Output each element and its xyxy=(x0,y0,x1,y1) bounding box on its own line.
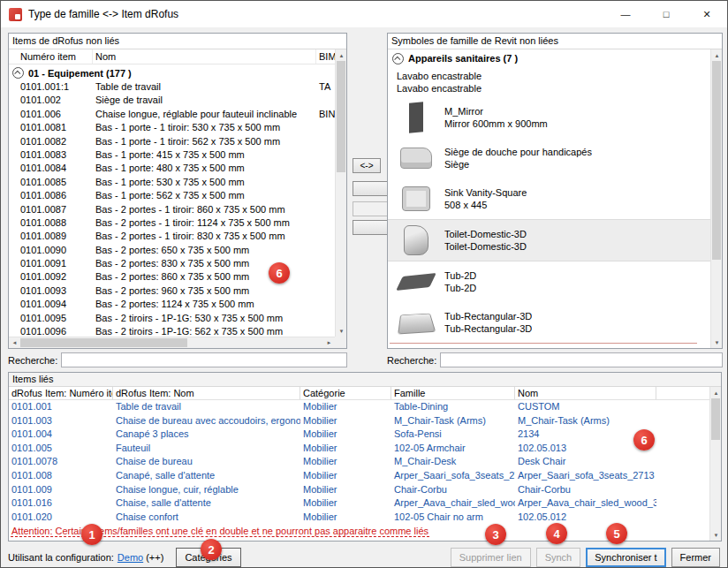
drofus-item-row[interactable]: 0101.0085 Bas - 1 porte: 530 x 735 x 500… xyxy=(9,176,335,189)
family-symbol-icon xyxy=(397,181,436,216)
duplicate-key-warning: Attention: Certains items/familles ont u… xyxy=(11,525,709,540)
drofus-item-row[interactable]: 0101.0084 Bas - 1 porte: 480 x 735 x 500… xyxy=(9,162,335,175)
linked-item-name: Fauteuil xyxy=(113,442,300,456)
item-number: 0101.001:1 xyxy=(9,80,93,94)
item-number: 0101.002 xyxy=(9,94,93,107)
scroll-right-icon[interactable]: ► xyxy=(323,337,335,349)
drofus-item-row[interactable]: 0101.0090 Bas - 2 portes: 650 x 735 x 50… xyxy=(9,244,335,257)
column-header-categorie[interactable]: Catégorie xyxy=(300,387,391,399)
item-bim xyxy=(316,94,335,107)
group-row-equipement[interactable]: 01 - Equipement (177 ) xyxy=(9,65,335,80)
config-link[interactable]: Demo xyxy=(118,552,143,563)
scroll-down-icon[interactable]: ▼ xyxy=(336,325,347,337)
drofus-item-row[interactable]: 0101.0087 Bas - 2 portes - 1 tiroir: 860… xyxy=(9,203,335,216)
scrollbar-track[interactable] xyxy=(20,337,323,348)
column-header-drofus-nom[interactable]: dRofus Item: Nom xyxy=(113,387,300,399)
family-symbol-item[interactable]: Lavabo encastrable Lavabo encastrable xyxy=(388,67,710,97)
linked-item-name: Chaise longue, cuir, réglable xyxy=(113,483,300,497)
linked-item-row[interactable]: 0101.003 Chaise de bureau avec accoudoir… xyxy=(9,414,709,428)
horizontal-scrollbar[interactable]: ◄ ► xyxy=(9,337,335,348)
linked-item-row[interactable]: 0101.009 Chaise longue, cuir, réglable M… xyxy=(9,483,709,497)
column-header-bim[interactable]: BIM xyxy=(316,49,335,64)
drofus-item-row[interactable]: 0101.0086 Bas - 1 porte: 562 x 735 x 500… xyxy=(9,189,335,202)
family-symbol-item[interactable]: Siège de douche pour handicapés Siège xyxy=(388,138,710,178)
vertical-scrollbar[interactable]: ▲ ▼ xyxy=(335,49,346,337)
close-button[interactable]: ✕ xyxy=(686,1,727,27)
linked-family-type: Desk Chair xyxy=(515,455,656,469)
column-header-numero[interactable]: Numéro item xyxy=(9,49,93,64)
drofus-item-row[interactable]: 0101.006 Chaise longue, réglable pour fa… xyxy=(9,108,335,121)
scrollbar-track[interactable] xyxy=(336,61,346,325)
linked-item-row[interactable]: 0101.008 Canapé, salle d'attente Mobilie… xyxy=(9,469,709,483)
item-number: 0101.0087 xyxy=(9,203,93,216)
linked-item-number: 0101.020 xyxy=(9,511,113,523)
family-symbol-item[interactable]: Toilet-Domestic-3D Toilet-Domestic-3D xyxy=(388,219,710,261)
linked-item-number: 0101.0078 xyxy=(9,455,113,469)
collapse-chevron-icon[interactable] xyxy=(12,67,24,79)
column-header-nom[interactable]: Nom xyxy=(515,387,656,399)
family-symbol-item[interactable]: Tub-Rectangular-3D Tub-Rectangular-3D xyxy=(388,302,710,343)
scroll-down-icon[interactable]: ▼ xyxy=(711,337,723,348)
scroll-left-icon[interactable]: ◄ xyxy=(9,337,20,349)
collapse-chevron-icon[interactable] xyxy=(392,53,404,64)
scrollbar-track[interactable] xyxy=(711,61,722,337)
drofus-item-row[interactable]: 0101.001:1 Table de travail TA xyxy=(9,80,335,94)
link-both-button[interactable]: <-> xyxy=(353,158,381,173)
family-symbol-item[interactable]: Sink Vanity-Square 508 x 445 xyxy=(388,178,710,219)
scrollbar-thumb[interactable] xyxy=(337,61,345,172)
group-row-sanitaires[interactable]: Appareils sanitaires (7 ) xyxy=(388,49,710,67)
family-symbol-icon xyxy=(397,305,436,340)
scrollbar-thumb[interactable] xyxy=(712,61,721,260)
drofus-item-row[interactable]: 0101.0095 Bas - 2 tiroirs - 1P-1G: 530 x… xyxy=(9,312,335,325)
synch-button[interactable]: Synch xyxy=(536,548,581,567)
drofus-item-row[interactable]: 0101.0083 Bas - 1 porte: 415 x 735 x 500… xyxy=(9,148,335,162)
linked-item-row[interactable]: 0101.020 Chaise confort Mobilier 102-05 … xyxy=(9,511,709,523)
drofus-search-input[interactable] xyxy=(61,352,347,367)
item-bim xyxy=(316,148,335,162)
drofus-item-row[interactable]: 0101.0082 Bas - 1 porte - 1 tiroir: 562 … xyxy=(9,135,335,148)
drofus-item-row[interactable]: 0101.0088 Bas - 2 portes - 1 tiroir: 112… xyxy=(9,216,335,230)
linked-item-row[interactable]: 0101.016 Chaise, salle d'attente Mobilie… xyxy=(9,496,709,511)
scrollbar-thumb[interactable] xyxy=(711,398,720,440)
column-header-nom[interactable]: Nom xyxy=(93,49,316,64)
scroll-up-icon[interactable]: ▲ xyxy=(711,49,723,61)
synchronize-all-button[interactable]: Synchroniser t xyxy=(586,548,665,567)
revit-search-input[interactable] xyxy=(440,352,723,367)
scrollbar-track[interactable] xyxy=(710,398,721,529)
scrollbar-thumb[interactable] xyxy=(20,338,187,347)
scroll-down-icon[interactable]: ▼ xyxy=(710,529,722,541)
family-symbol-item[interactable]: Tub-2D Tub-2D xyxy=(388,261,710,302)
drofus-item-row[interactable]: 0101.0096 Bas - 2 tiroirs - 1P-1G: 562 x… xyxy=(9,325,335,337)
item-number: 0101.0082 xyxy=(9,135,93,148)
linked-item-row[interactable]: 0101.004 Canapé 3 places Mobilier Sofa-P… xyxy=(9,428,709,442)
annotation-badge-2: 2 xyxy=(201,539,222,560)
drofus-item-row[interactable]: 0101.0081 Bas - 1 porte - 1 tiroir: 530 … xyxy=(9,121,335,134)
column-header-famille[interactable]: Famille xyxy=(391,387,515,399)
drofus-panel-title: Items de dRofus non liés xyxy=(9,34,346,49)
linked-item-number: 0101.001 xyxy=(9,400,113,414)
linked-item-row[interactable]: 0101.001 Table de travail Mobilier Table… xyxy=(9,400,709,414)
linked-item-row[interactable]: 0101.0078 Chaise de bureau Mobilier M_Ch… xyxy=(9,455,709,469)
item-bim: TA xyxy=(316,80,335,94)
transfer-buttons: <-> <-- --> Auto xyxy=(353,158,381,235)
maximize-button[interactable]: □ xyxy=(646,1,686,27)
vertical-scrollbar[interactable]: ▲ ▼ xyxy=(710,49,722,348)
linked-item-row[interactable]: 0101.005 Fauteuil Mobilier 102-05 Armcha… xyxy=(9,442,709,456)
linked-family: Arper_Aava_chair_sled_wood_3... xyxy=(391,496,515,511)
drofus-item-row[interactable]: 0101.0089 Bas - 2 portes - 1 tiroir: 830… xyxy=(9,230,335,243)
item-number: 0101.0084 xyxy=(9,162,93,175)
drofus-item-row[interactable]: 0101.002 Siège de travail xyxy=(9,94,335,107)
linked-item-category: Mobilier xyxy=(300,469,391,483)
delete-link-button[interactable]: Supprimer lien xyxy=(451,548,531,567)
item-name: Bas - 1 porte - 1 tiroir: 530 x 735 x 50… xyxy=(93,121,316,134)
drofus-item-row[interactable]: 0101.0093 Bas - 2 portes: 960 x 735 x 50… xyxy=(9,284,335,298)
scroll-up-icon[interactable]: ▲ xyxy=(710,387,722,398)
scroll-up-icon[interactable]: ▲ xyxy=(336,49,347,61)
vertical-scrollbar[interactable]: ▲ ▼ xyxy=(709,387,721,541)
family-symbol-item[interactable]: M_Mirror Mirror 600mm x 900mm xyxy=(388,97,710,138)
drofus-item-row[interactable]: 0101.0094 Bas - 2 portes: 1124 x 735 x 5… xyxy=(9,298,335,311)
minimize-button[interactable]: — xyxy=(605,1,646,27)
close-dialog-button[interactable]: Fermer xyxy=(671,548,720,567)
column-header-drofus-numero[interactable]: dRofus Item: Numéro item xyxy=(9,387,113,399)
family-symbol-text: Tub-2D Tub-2D xyxy=(444,269,476,294)
